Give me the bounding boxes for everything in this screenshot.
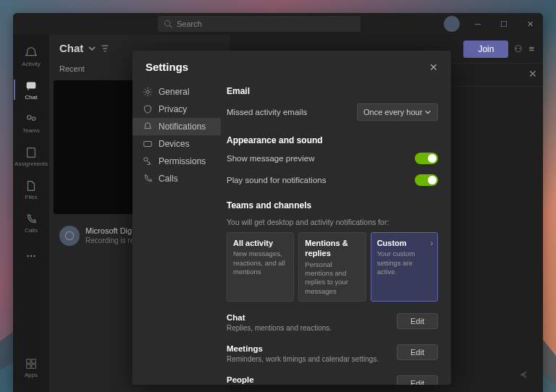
chat-avatar [59,226,80,246]
user-avatar[interactable] [444,16,460,32]
sound-notifications-label: Play sound for notifications [227,176,415,184]
nav-calls[interactable]: Calls [132,170,221,187]
svg-point-4 [32,116,35,120]
search-icon [164,20,172,28]
section-chat-desc: Replies, mentions and reactions. [227,323,389,333]
nav-permissions[interactable]: Permissions [132,153,221,170]
edit-meetings-button[interactable]: Edit [397,344,438,360]
phone-icon [143,174,153,184]
settings-content: Email Missed activity emails Once every … [221,80,451,385]
svg-point-7 [30,255,33,257]
settings-nav: General Privacy Notifications Devices Pe… [132,80,221,385]
close-dialog-button[interactable]: ✕ [429,61,438,73]
message-preview-label: Show message preview [227,154,415,163]
svg-rect-5 [28,148,35,157]
devices-icon [143,139,153,149]
section-email-title: Email [227,86,438,96]
section-people-title: People [227,375,389,384]
nav-privacy[interactable]: Privacy [132,101,221,118]
header-actions: ⚇ ≡ [514,43,534,54]
svg-rect-10 [32,359,35,362]
message-preview-toggle[interactable] [415,153,438,164]
section-meetings-desc: Reminders, work timings and calendar set… [227,354,389,364]
rail-calls[interactable]: Calls [14,207,49,239]
sound-notifications-toggle[interactable] [415,174,438,186]
meeting-icon [64,230,75,242]
svg-rect-11 [27,364,30,367]
missed-emails-label: Missed activity emails [227,108,357,116]
chevron-right-icon: › [431,239,433,248]
app-window: Search ─ ☐ ✕ Activity Chat Teams Assignm… [13,13,543,392]
svg-line-1 [169,25,172,27]
rail-files[interactable]: Files [14,174,49,205]
send-icon[interactable] [518,370,528,380]
window-controls: ─ ☐ ✕ [465,13,543,35]
app-rail: Activity Chat Teams Assignments Files Ca… [13,35,49,392]
dialog-title: Settings [146,61,188,73]
rail-chat[interactable]: Chat [14,74,49,106]
card-all-activity[interactable]: All activity New messages, reactions, an… [227,232,294,302]
section-teams-title: Teams and channels [227,200,438,210]
section-meetings-title: Meetings [227,344,389,353]
gear-icon [143,87,153,97]
titlebar: Search ─ ☐ ✕ [13,13,543,35]
missed-emails-dropdown[interactable]: Once every hour [357,103,438,121]
search-input[interactable]: Search [158,16,361,32]
dialog-header: Settings ✕ [132,51,451,80]
svg-rect-2 [27,82,36,88]
sidebar-title: Chat [59,42,83,54]
bell-icon [143,122,153,132]
card-custom[interactable]: › Custom Your custom settings are active… [371,232,438,302]
more-options-icon[interactable]: ≡ [528,43,534,54]
maximize-button[interactable]: ☐ [491,13,517,35]
svg-point-21 [146,90,149,93]
nav-general[interactable]: General [132,83,221,101]
svg-point-3 [28,115,31,119]
search-placeholder: Search [177,20,202,28]
minimize-button[interactable]: ─ [465,13,491,35]
section-chat-title: Chat [227,313,389,322]
nav-devices[interactable]: Devices [132,135,221,153]
rail-activity[interactable]: Activity [14,41,49,72]
chevron-down-icon[interactable] [88,44,96,53]
edit-chat-button[interactable]: Edit [397,313,438,329]
svg-rect-22 [144,142,152,147]
svg-rect-9 [27,359,30,362]
filter-icon[interactable] [101,44,109,53]
section-appearance-title: Appearance and sound [227,135,438,145]
join-button[interactable]: Join [463,41,508,58]
svg-point-0 [165,21,171,27]
chevron-down-icon [424,108,431,116]
key-icon [143,156,153,166]
svg-point-6 [27,255,29,257]
teams-subtext: You will get desktop and activity notifi… [227,218,438,226]
rail-apps[interactable]: Apps [14,351,49,383]
rail-more[interactable] [14,240,49,272]
shield-553b5c [143,104,153,114]
svg-rect-12 [32,364,35,367]
rail-assignments[interactable]: Assignments [14,140,49,172]
edit-people-button[interactable]: Edit [397,375,438,385]
svg-point-8 [33,255,35,257]
close-tab-icon[interactable]: ✕ [528,68,537,80]
settings-dialog: Settings ✕ General Privacy Notifications… [132,51,451,385]
card-mentions-replies[interactable]: Mentions & replies Personal mentions and… [298,232,366,302]
close-window-button[interactable]: ✕ [517,13,543,35]
rail-teams[interactable]: Teams [14,107,49,139]
participants-icon[interactable]: ⚇ [514,43,523,54]
nav-notifications[interactable]: Notifications [132,118,221,135]
svg-point-13 [65,231,73,239]
